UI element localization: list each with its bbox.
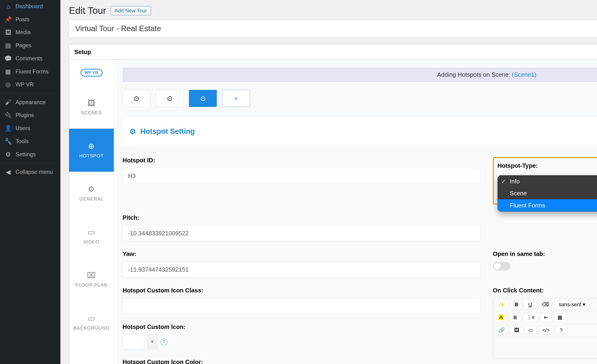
- rich-text-editor: ✨ B U ⌫ sans-serif ▾ A ≣: [493, 298, 597, 358]
- icon-dropdown-button[interactable]: ▼: [148, 334, 157, 349]
- custom-icon-label: Hotspot Custom Icon:: [123, 324, 481, 330]
- gear-icon: ⚙: [129, 127, 136, 136]
- hotspot-add-button[interactable]: ＋: [222, 90, 250, 107]
- hotspot-setting-header: ⚙Hotspot Setting 🗑: [123, 117, 597, 146]
- target-icon: ⊕: [88, 142, 95, 151]
- vr-icon: ◎: [4, 81, 12, 88]
- sidebar-label: Dashboard: [16, 3, 43, 10]
- sidebar-item-plugins[interactable]: 🔌Plugins: [0, 108, 60, 122]
- open-same-tab-toggle[interactable]: [493, 262, 510, 270]
- editor-code-button[interactable]: </>: [539, 326, 553, 335]
- sidebar-item-pages[interactable]: ▤Pages: [0, 39, 60, 52]
- tab-floorplan[interactable]: ⌧FLOOR PLAN: [69, 258, 114, 301]
- pages-icon: ▤: [4, 42, 12, 49]
- hotspot-type-field: Hotspot-Type: Info Scene Fluent Forms: [493, 157, 597, 205]
- add-new-tour-button[interactable]: Add New Tour: [110, 6, 151, 15]
- sidebar-item-comments[interactable]: 💬Comments: [0, 52, 60, 65]
- dashboard-icon: ⌂: [4, 3, 12, 10]
- sidebar-label: Plugins: [16, 112, 34, 118]
- sidebar-item-fluentforms[interactable]: ▦Fluent Forms: [0, 65, 60, 78]
- slider-icon: ⚙: [4, 151, 12, 158]
- sidebar-collapse[interactable]: ◀Collapse menu: [0, 165, 60, 179]
- scene-banner: Adding Hotspots on Scene: (Scene1): [123, 68, 597, 82]
- sidebar-item-posts[interactable]: 📌Posts: [0, 13, 60, 26]
- editor-color-button[interactable]: A: [495, 313, 507, 322]
- separator: [0, 93, 60, 93]
- pitch-label: Pitch:: [123, 214, 481, 221]
- option-info[interactable]: Info: [498, 175, 597, 187]
- pitch-input[interactable]: [123, 225, 481, 241]
- sidebar-label: Collapse menu: [16, 169, 53, 175]
- floorplan-icon: ⌧: [87, 271, 96, 280]
- editor-erase-button[interactable]: ⌫: [538, 300, 552, 309]
- tab-hotspot[interactable]: ⊕HOTSPOT: [69, 129, 114, 172]
- hotspot-btn-3[interactable]: ⊙: [189, 90, 217, 107]
- custom-icon-color-label: Hotspot Custom Icon Color:: [123, 359, 481, 364]
- editor-indent-button[interactable]: ⇤: [540, 313, 552, 322]
- background-icon: ▭: [88, 314, 95, 323]
- editor-help-button[interactable]: ?: [555, 326, 567, 335]
- sidebar-label: Settings: [16, 151, 36, 158]
- editor-font-select[interactable]: sans-serif ▾: [554, 300, 590, 309]
- gear-icon: ⚙: [88, 185, 95, 194]
- custom-icon-class-input[interactable]: [123, 298, 481, 314]
- editor-bold-button[interactable]: B: [510, 300, 523, 309]
- option-fluent-forms[interactable]: Fluent Forms: [498, 199, 597, 211]
- wpvr-logo: WP VR: [69, 60, 114, 85]
- page-title: Edit Tour: [69, 5, 106, 16]
- editor-underline-button[interactable]: U: [524, 300, 536, 309]
- sidebar-item-users[interactable]: 👤Users: [0, 122, 60, 135]
- editor-list2-button[interactable]: ⋮≡: [523, 313, 538, 322]
- sidebar-item-wpvr[interactable]: ◎WP VR: [0, 78, 60, 91]
- editor-list1-button[interactable]: ≣: [509, 313, 521, 322]
- page-header: Edit Tour Add New Tour: [69, 0, 597, 20]
- tab-general[interactable]: ⚙GENERAL: [69, 172, 114, 215]
- plugin-icon: 🔌: [4, 112, 12, 119]
- hotspot-id-input[interactable]: [123, 168, 481, 184]
- tour-title-input[interactable]: [69, 20, 597, 38]
- hotspot-btn-1[interactable]: ⊙: [123, 90, 151, 107]
- video-icon: ▭: [88, 228, 95, 237]
- sidebar-label: Pages: [16, 42, 31, 49]
- yaw-input[interactable]: [123, 262, 481, 278]
- pin-icon: 📌: [4, 16, 12, 23]
- help-icon[interactable]: ?: [160, 339, 167, 345]
- separator: [0, 163, 60, 163]
- editor-video-button[interactable]: ▭: [525, 326, 537, 335]
- sidebar-label: Tools: [16, 138, 29, 144]
- sidebar-item-media[interactable]: 🖼Media: [0, 26, 60, 39]
- sidebar-label: Users: [16, 125, 30, 131]
- tab-video[interactable]: ▭VIDEO: [69, 215, 114, 258]
- user-icon: 👤: [4, 125, 12, 132]
- editor-content[interactable]: [493, 337, 597, 358]
- media-icon: 🖼: [4, 29, 12, 36]
- image-icon: 🖼: [87, 99, 95, 108]
- sidebar-item-dashboard[interactable]: ⌂Dashboard: [0, 0, 60, 13]
- hotspot-type-dropdown[interactable]: Info Scene Fluent Forms: [497, 175, 597, 212]
- on-click-label: On Click Content:: [493, 287, 597, 294]
- icon-preview: [123, 334, 144, 349]
- sidebar-label: Comments: [16, 55, 43, 62]
- editor-image-button[interactable]: 🖼: [510, 326, 523, 335]
- hotspot-picker: ⊙ ⊙ ⊙ ＋: [123, 90, 597, 107]
- sidebar-item-tools[interactable]: 🔧Tools: [0, 135, 60, 148]
- admin-sidebar: ⌂Dashboard 📌Posts 🖼Media ▤Pages 💬Comment…: [0, 0, 60, 364]
- tab-background[interactable]: ▭BACKGROUND: [69, 301, 114, 344]
- editor-link-button[interactable]: 🔗: [495, 326, 509, 335]
- brush-icon: 🖌: [4, 99, 12, 106]
- comment-icon: 💬: [4, 55, 12, 62]
- sidebar-label: Media: [16, 29, 31, 36]
- editor-magic-button[interactable]: ✨: [495, 300, 509, 309]
- scene-link[interactable]: (Scene1): [512, 71, 536, 78]
- sidebar-item-settings[interactable]: ⚙Settings: [0, 148, 60, 161]
- sidebar-label: Fluent Forms: [16, 68, 48, 75]
- hotspot-btn-2[interactable]: ⊙: [156, 90, 184, 107]
- tab-scenes[interactable]: 🖼SCENES: [69, 86, 114, 129]
- vertical-tabs: WP VR 🖼SCENES ⊕HOTSPOT ⚙GENERAL ▭VIDEO ⌧…: [69, 60, 114, 364]
- open-same-tab-label: Open in same tab:: [493, 250, 597, 257]
- sidebar-label: Appearance: [16, 99, 46, 106]
- sidebar-item-appearance[interactable]: 🖌Appearance: [0, 96, 60, 109]
- option-scene[interactable]: Scene: [498, 187, 597, 199]
- editor-table-button[interactable]: ▦: [554, 313, 566, 322]
- sidebar-label: Posts: [16, 16, 30, 23]
